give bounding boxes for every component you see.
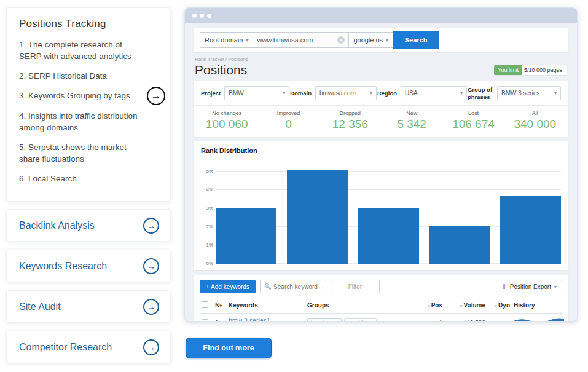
chart-title: Rank Distribution [201, 147, 561, 154]
app-window: Root domain ▾ www.bmwusa.com ✕ google.us… [184, 7, 578, 322]
filters-panel: Project BMW ▾ Domain bmwusa.com ▾ [194, 81, 568, 137]
keyword-link[interactable]: bmw 3 series1 [229, 317, 304, 322]
stat-dropped: Dropped 12 356 [319, 110, 381, 131]
stat-value: 5 342 [381, 117, 442, 131]
history-sparkline [514, 316, 564, 322]
clear-input-icon[interactable]: ✕ [337, 36, 345, 44]
stat-value: 12 356 [319, 117, 381, 131]
search-engine-select[interactable]: google.us ▾ [349, 32, 393, 48]
sort-icon: ▾ [460, 304, 463, 308]
keyword-search-input[interactable] [273, 283, 322, 290]
y-tick-label: 1% [201, 242, 213, 248]
find-out-more-button[interactable]: Find out more [186, 338, 272, 358]
stat-label: Lost [442, 110, 504, 116]
filter-label: Domain [290, 90, 312, 97]
remove-tag-icon[interactable]: ✕ [334, 320, 339, 322]
bar-3 [358, 208, 419, 264]
filter-button[interactable]: Filter [331, 280, 380, 293]
export-label: Position Export [510, 283, 551, 290]
keywords-panel: + Add keywords 🔍 Filter ⇩ Position Expor… [194, 275, 568, 322]
arrow-right-circle-icon: → [143, 258, 159, 274]
window-titlebar [185, 8, 577, 23]
phrases-group-select[interactable]: BMW 3 series ▾ [497, 86, 561, 100]
project-select[interactable]: BMW ▾ [224, 86, 289, 100]
window-dot-icon [192, 14, 197, 18]
row-checkbox[interactable] [202, 319, 208, 322]
filter-region: Region USA ▾ [377, 86, 467, 100]
table-row[interactable]: 1 bmw 3 series1 seo check co 3 series ✕ … [200, 314, 563, 322]
col-header-history[interactable]: History [512, 298, 563, 314]
window-dot-icon [200, 14, 204, 18]
region-value: USA [405, 90, 418, 97]
feature-item-3: 3. Keywords Grouping by tags [19, 90, 142, 101]
dyn-down-icon: ↓ [503, 320, 506, 322]
download-icon: ⇩ [501, 283, 506, 290]
stat-no-changes: No changes 100 060 [196, 110, 257, 131]
y-tick-label: 5% [201, 168, 213, 174]
stat-value: 340 000 [504, 117, 566, 131]
positions-tracking-card: Positions Tracking 1. The complete resea… [6, 7, 171, 202]
positions-tracking-title: Positions Tracking [19, 18, 158, 30]
domain-select[interactable]: bmwusa.com ▾ [315, 86, 377, 100]
col-header-pos[interactable]: ▾Pos [417, 298, 444, 314]
filter-project: Project BMW ▾ [201, 86, 289, 100]
stat-value: 0 [257, 117, 319, 131]
y-tick-label: 4% [201, 187, 213, 192]
keywords-table: № Keywords Groups ▾Pos ▾Volume ▾Dyn Hist… [200, 298, 563, 322]
select-all-checkbox[interactable] [202, 301, 208, 308]
region-select[interactable]: USA ▾ [401, 86, 467, 100]
group-tag-label: 3 series [311, 320, 331, 322]
col-header-num[interactable]: № [213, 298, 227, 314]
stat-value: 106 674 [442, 117, 504, 131]
dyn-value: 0 [507, 320, 510, 322]
chevron-down-icon: ▾ [283, 90, 285, 96]
nav-card-label: Site Audit [19, 301, 61, 312]
filter-label: Region [377, 90, 397, 97]
domain-url-input[interactable]: www.bmwusa.com ✕ [253, 32, 349, 48]
sort-icon: ▾ [428, 304, 430, 308]
limit-value: 5/10 000 pages [524, 67, 562, 73]
keyword-search-field[interactable]: 🔍 [260, 280, 326, 293]
add-tag-button[interactable]: + Add tag [344, 318, 376, 322]
chevron-down-icon: ▾ [246, 38, 248, 43]
chevron-down-icon: ▾ [554, 284, 557, 290]
bar-5 [500, 196, 561, 264]
search-button[interactable]: Search [393, 31, 439, 49]
bar-1 [216, 208, 276, 264]
add-keywords-button[interactable]: + Add keywords [200, 280, 256, 293]
bar-2 [287, 170, 348, 264]
nav-card-backlink-analysis[interactable]: Backlink Analysis → [6, 209, 171, 242]
search-engine-value: google.us [353, 36, 383, 44]
stat-label: All [504, 110, 566, 116]
nav-card-site-audit[interactable]: Site Audit → [6, 290, 171, 323]
rank-distribution-chart: 0% 1% 2% 3% 4% 5% [201, 160, 561, 264]
feature-item-6: 6. Local Search [19, 173, 142, 184]
feature-item-2: 2. SERP Historical Data [19, 70, 142, 82]
y-tick-label: 3% [201, 205, 213, 211]
stats-row: No changes 100 060 Improved 0 Dropped 12… [194, 106, 568, 137]
nav-card-keywords-research[interactable]: Keywords Research → [6, 250, 171, 282]
position-export-button[interactable]: ⇩ Position Export ▾ [496, 280, 562, 293]
col-header-volume[interactable]: ▾Volume [444, 298, 487, 314]
filter-group-of-phrases: Group of phrases BMW 3 series ▾ [468, 86, 561, 100]
col-header-dyn[interactable]: ▾Dyn [487, 298, 512, 314]
y-tick-label: 0% [201, 261, 213, 266]
stat-all: All 340 000 [504, 110, 566, 131]
table-header-row: № Keywords Groups ▾Pos ▾Volume ▾Dyn Hist… [200, 298, 563, 314]
nav-card-competitor-research[interactable]: Competitor Research → [6, 331, 171, 363]
arrow-right-circle-icon: → [143, 218, 159, 234]
search-mode-select[interactable]: Root domain ▾ [200, 32, 253, 48]
chevron-down-icon: ▾ [554, 90, 557, 96]
col-header-groups[interactable]: Groups [305, 298, 417, 314]
phrases-group-value: BMW 3 series [501, 90, 539, 97]
nav-card-label: Competitor Research [19, 342, 112, 353]
project-value: BMW [229, 90, 243, 97]
page: Positions Tracking 1. The complete resea… [0, 0, 588, 372]
col-header-keywords[interactable]: Keywords [227, 298, 305, 314]
domain-value: bmwusa.com [319, 90, 356, 97]
feature-item-5: 5. Serpstat shows the market share fluct… [19, 141, 142, 165]
sort-icon: ▾ [495, 304, 498, 308]
group-tag-chip[interactable]: 3 series ✕ [307, 318, 342, 322]
stat-label: No changes [196, 110, 257, 116]
arrow-right-circle-icon[interactable]: → [147, 87, 165, 105]
